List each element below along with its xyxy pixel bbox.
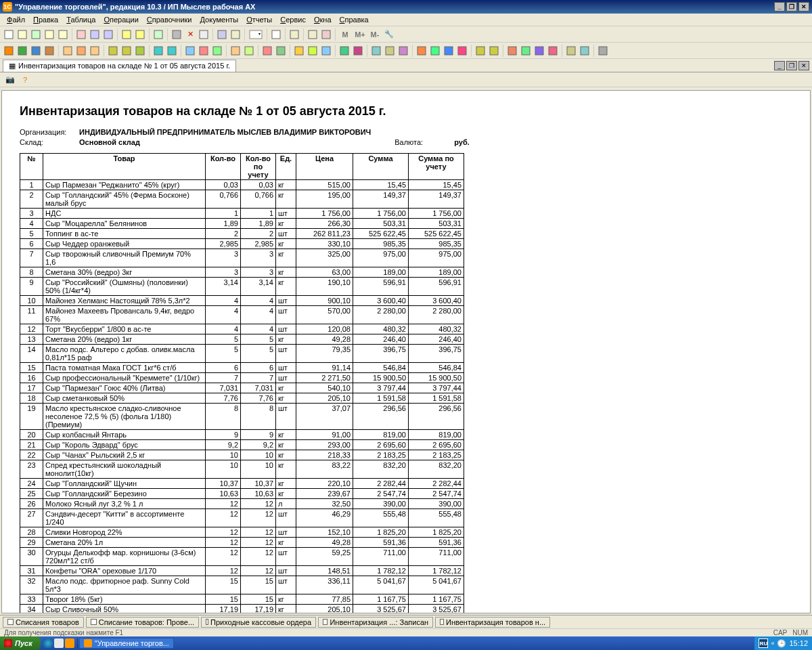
lang-indicator[interactable]: RU (759, 638, 768, 648)
toolbar2-btn-14[interactable] (166, 45, 178, 57)
preview-icon[interactable]: 📷 (4, 74, 16, 86)
toolbar-btn-0[interactable] (3, 28, 15, 41)
toolbar2-btn-30[interactable] (338, 45, 351, 57)
menu-справочники[interactable]: Справочники (143, 14, 196, 25)
table-row[interactable]: 12Торт "Вкусберри" 1/800 в ас-те44шт120,… (20, 324, 464, 334)
toolbar2-btn-5[interactable] (62, 45, 74, 57)
menu-операции[interactable]: Операции (99, 14, 142, 25)
toolbar-btn-16[interactable]: ✕ (184, 28, 196, 41)
bottom-tab-2[interactable]: Приходные кассовые ордера (201, 617, 316, 628)
toolbar2-btn-48[interactable] (547, 45, 559, 57)
table-row[interactable]: 13Сметана 20% (ведро) 1кг55кг49,28246,40… (20, 334, 464, 345)
toolbar-btn-17[interactable] (198, 28, 210, 41)
table-row[interactable]: 24Сыр "Голландский" Щучин10,3710,37кг220… (20, 479, 464, 489)
clock[interactable]: 15:12 (789, 639, 808, 647)
toolbar2-btn-53[interactable] (597, 45, 609, 57)
toolbar2-btn-13[interactable] (152, 45, 164, 57)
quicklaunch-ie-icon[interactable] (43, 638, 53, 648)
toolbar2-btn-2[interactable] (30, 45, 42, 57)
toolbar-btn-28[interactable] (307, 28, 319, 41)
table-row[interactable]: 8Сметана 30% (ведро) 3кг33кг63,00189,001… (20, 267, 464, 278)
toolbar2-btn-20[interactable] (229, 45, 242, 57)
toolbar2-btn-24[interactable] (275, 45, 287, 57)
toolbar2-btn-11[interactable] (134, 45, 146, 57)
toolbar2-btn-10[interactable] (120, 45, 133, 57)
toolbar2-btn-9[interactable] (107, 45, 119, 57)
menu-справка[interactable]: Справка (336, 14, 373, 25)
toolbar-btn-20[interactable] (229, 28, 242, 41)
table-row[interactable]: 3НДС11шт1 756,001 756,001 756,00 (20, 209, 464, 219)
table-row[interactable]: 23Спред крестьянский шоколадный монолит(… (20, 460, 464, 479)
doc-minimize-button[interactable]: _ (774, 61, 785, 70)
table-row[interactable]: 11Майонез Махеевъ Провансаль 9,4кг, ведр… (20, 306, 464, 324)
table-row[interactable]: 21Сыр "Король Эдвард" брус9,29,2кг293,00… (20, 440, 464, 450)
table-row[interactable]: 20Сыр колбасный Янтарь99кг91,00819,00819… (20, 430, 464, 440)
tray-chevron-icon[interactable]: « (771, 640, 774, 647)
table-row[interactable]: 15Паста томатная Мака ГОСТ 1кг*6 ст/б66ш… (20, 363, 464, 373)
table-row[interactable]: 16Сыр профессиональный "Креммете" (1/10к… (20, 373, 464, 383)
toolbar-btn-15[interactable] (171, 28, 183, 41)
toolbar-btn-10[interactable] (120, 28, 133, 41)
toolbar-btn-2[interactable] (30, 28, 42, 41)
table-row[interactable]: 26Молоко Ясный луг 3,2 % 1 л1212л32,5039… (20, 499, 464, 509)
toolbar2-btn-28[interactable] (320, 45, 332, 57)
table-row[interactable]: 28Сливки Новгород 22%1212шт152,101 825,2… (20, 527, 464, 538)
toolbar-btn-8[interactable] (102, 28, 114, 41)
toolbar2-btn-27[interactable] (307, 45, 319, 57)
close-button[interactable]: ✕ (798, 2, 809, 12)
toolbar2-btn-23[interactable] (261, 45, 273, 57)
toolbar2-btn-51[interactable] (579, 45, 591, 57)
table-row[interactable]: 33Творог 18% (5кг)1515кг77,851 167,751 1… (20, 594, 464, 605)
start-button[interactable]: Пуск (0, 636, 41, 650)
toolbar2-btn-1[interactable] (16, 45, 28, 57)
menu-отчеты[interactable]: Отчеты (242, 14, 276, 25)
table-row[interactable]: 19Масло крестьянское сладко-сливочное не… (20, 404, 464, 430)
table-row[interactable]: 7Сыр творожный сливочный Премиум 70% 1,6… (20, 249, 464, 267)
toolbar-btn-1[interactable] (16, 28, 28, 41)
table-row[interactable]: 10Майонез Хелманс Настоящий 78% 5,3л*244… (20, 296, 464, 306)
quicklaunch-app-icon[interactable] (65, 638, 74, 648)
toolbar2-btn-47[interactable] (533, 45, 545, 57)
toolbar-btn-13[interactable] (152, 28, 164, 41)
bottom-tab-3[interactable]: Инвентаризация ...: Записан (318, 617, 433, 628)
toolbar2-btn-0[interactable] (3, 45, 15, 57)
table-row[interactable]: 2Сыр "Голландский" 45% (Ферма Босконе) м… (20, 190, 464, 209)
toolbar-btn-22[interactable] (248, 28, 264, 41)
toolbar-btn-7[interactable] (89, 28, 101, 41)
tray-volume-icon[interactable]: 🕒 (777, 639, 786, 648)
toolbar2-btn-18[interactable] (211, 45, 223, 57)
menu-окна[interactable]: Окна (310, 14, 336, 25)
table-row[interactable]: 14Масло подс. Альтеро с добав. оливк.мас… (20, 345, 464, 363)
toolbar2-btn-37[interactable] (415, 45, 428, 57)
document-tab[interactable]: ▦ Инвентаризация товаров на складе № 1 о… (3, 60, 236, 72)
table-row[interactable]: 29Сметана 20% 1л1212кг49,28591,36591,36 (20, 538, 464, 548)
toolbar-m1[interactable]: M+ (353, 28, 367, 41)
toolbar2-btn-34[interactable] (384, 45, 396, 57)
toolbar-btn-4[interactable] (57, 28, 69, 41)
table-row[interactable]: 18Сыр сметанковый 50%7,767,76кг205,101 5… (20, 393, 464, 404)
quicklaunch-desktop-icon[interactable] (54, 638, 64, 648)
table-row[interactable]: 5Топпинг в ас-те22шт262 811,23525 622,45… (20, 229, 464, 239)
help-icon[interactable]: ? (19, 74, 31, 86)
toolbar2-btn-16[interactable] (184, 45, 196, 57)
menu-сервис[interactable]: Сервис (276, 14, 310, 25)
menu-правка[interactable]: Правка (29, 14, 62, 25)
toolbar-btn-29[interactable] (320, 28, 332, 41)
toolbar2-btn-17[interactable] (198, 45, 210, 57)
menu-таблица[interactable]: Таблица (62, 14, 99, 25)
table-row[interactable]: 27Сэндвич-десерт "Китти" в ассортименте … (20, 509, 464, 527)
table-row[interactable]: 1Сыр Пармезан "Реджанито" 45% (круг)0,03… (20, 180, 464, 190)
toolbar-m0[interactable]: M (338, 28, 352, 41)
table-row[interactable]: 6Сыр Чеддер оранжевый2,9852,985кг330,109… (20, 239, 464, 249)
doc-close-button[interactable]: ✕ (798, 61, 809, 70)
table-row[interactable]: 31Конфеты "ORA" ореховые 1/1701212шт148,… (20, 566, 464, 576)
toolbar-btn-6[interactable] (75, 28, 87, 41)
toolbar2-btn-45[interactable] (506, 45, 518, 57)
menu-файл[interactable]: Файл (3, 14, 29, 25)
toolbar2-btn-50[interactable] (565, 45, 577, 57)
toolbar2-btn-21[interactable] (243, 45, 255, 57)
toolbar2-btn-35[interactable] (397, 45, 409, 57)
table-row[interactable]: 4Сыр "Моцарелла" Белянинов1,891,89кг266,… (20, 219, 464, 229)
toolbar-m2[interactable]: M- (368, 28, 382, 41)
menu-документы[interactable]: Документы (196, 14, 243, 25)
